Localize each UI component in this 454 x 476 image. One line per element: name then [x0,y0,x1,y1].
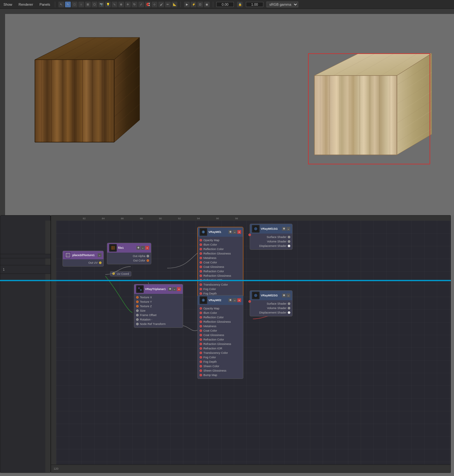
render2-icon[interactable]: ⚡ [191,2,196,7]
light-wood-cube [308,41,429,149]
place2d-body: Out UV [63,259,103,266]
camera-icon[interactable]: 📷 [98,2,104,7]
node-grid[interactable]: place2dTexture1 – Out UV [56,221,451,465]
sg1-displacement: Displacement Shader [250,244,292,248]
node-ruler-svg: 82 84 86 88 90 92 94 96 98 [51,215,451,221]
paint-icon[interactable]: 🖌 [158,2,164,7]
annotate-icon[interactable]: ✏ [165,2,171,7]
measure-icon[interactable]: 📐 [172,2,177,7]
vraymtl2-icon [200,296,207,304]
place2d-collapse[interactable]: – [98,253,102,257]
vraymtl2-collapse[interactable]: – [233,298,237,302]
s2-ior [200,347,202,350]
mtl1-reflect-gloss: Reflection Glossiness [198,251,243,256]
number-input-2[interactable] [246,2,263,7]
file1-collapse[interactable]: – [141,246,145,250]
vraymtl1-collapse[interactable]: – [233,230,237,234]
triplanar-body: Texture X Texture Y Texture Z Size Frame… [134,294,183,327]
svg-text:82: 82 [83,217,86,220]
triplanar-tex-y: Texture Y [134,300,183,304]
triplanar-collapse[interactable]: – [173,287,176,291]
file1-close[interactable]: × [145,246,149,250]
vraymtl2sg-collapse[interactable]: – [286,294,290,297]
gamma-select[interactable]: sRGB gamma [266,2,298,7]
vraymtl1-title: VRayMtl1 [208,230,221,234]
node-vraymtl2: VRayMtl2 ⚙ – × Opacity Map Illum Color R… [197,295,243,379]
uv-coord-label: Uv Coord [117,272,129,275]
renderer-menu[interactable]: Renderer [17,2,35,7]
show-menu[interactable]: Show [2,2,14,7]
mtl1-refract-gloss: Refraction Glossiness [198,274,243,278]
circle-icon[interactable]: ○ [78,2,84,7]
svg-rect-98 [137,287,142,292]
s-refract-gl [200,274,202,277]
light-cube-svg [308,41,441,161]
right-icons: ▶ ⚡ ⊡ ◉ [184,2,210,7]
triplanar-size: Size [134,308,183,313]
place2d-controls: – [98,253,102,257]
vraymtl1-close[interactable]: × [237,230,241,234]
place2d-title: place2dTexture1 [72,254,95,257]
svg-rect-0 [0,9,454,14]
triplanar-settings[interactable]: ⚙ [168,287,172,291]
vraymtl2sg-settings[interactable]: ⚙ [282,294,286,297]
move-icon[interactable]: ✛ [125,2,131,7]
number-input-1[interactable] [216,2,234,7]
vraymtl1sg-icon [252,225,260,233]
sock-frame-offset [136,314,139,316]
place2d-icon [65,252,71,258]
overlay-icon[interactable]: ◉ [204,2,210,7]
vraymtl2-settings[interactable]: ⚙ [228,298,232,302]
svg-text:94: 94 [197,217,200,220]
uv-coord-node: Uv Coord [110,271,131,276]
vraymtl2-header: VRayMtl2 ⚙ – × [198,295,243,305]
triplanar-node-ref: Node Ref Transform [134,322,183,326]
svg-rect-89 [66,253,70,257]
sg2-surface: Surface Shader [250,301,292,306]
mtl1-coat-gloss: Coat Glossiness [198,265,243,269]
vraymtl1sg-settings[interactable]: ⚙ [282,227,286,231]
vraymtl2-title: VRayMtl2 [208,299,221,302]
viewport-icon[interactable]: ⊡ [197,2,203,7]
box-icon[interactable]: □ [72,2,77,7]
s2-ref-gl [200,321,202,323]
render-icon[interactable]: ▶ [184,2,190,7]
svg-rect-79 [51,215,451,221]
svg-point-105 [254,227,257,230]
select-icon[interactable]: ⊹ [152,2,157,7]
scale-icon[interactable]: ⤢ [138,2,144,7]
mesh-icon[interactable]: ⬡ [92,2,97,7]
node-ruler-left [51,221,56,465]
s2-fog-dep [200,360,202,363]
transform-icon[interactable]: ⤡ [112,2,117,7]
s-coat-col [200,261,202,264]
light-icon[interactable]: 💡 [105,2,111,7]
s-refract-col [200,270,202,273]
axis-icon[interactable]: ⊕ [118,2,124,7]
vraymtl1sg-collapse[interactable]: – [286,227,290,231]
grid-icon[interactable]: ⊞ [85,2,91,7]
snap-icon[interactable]: 🧲 [145,2,151,7]
edit-icon[interactable]: ✎ [65,2,71,7]
triplanar-tex-rotation: Rotation - [134,317,183,322]
vraymtl1-settings[interactable]: ⚙ [228,230,232,234]
vraymtl2sg-title: VRayMtl2SG [261,294,278,297]
node-vray-triplanar1: VRayTriplanar1 ⚙ – × Texture X Texture Y [134,284,183,328]
file1-settings[interactable]: ⚙ [136,246,140,250]
file1-body: Out Alpha Out Color [107,253,151,264]
vraymtl2-close[interactable]: × [237,298,241,302]
rotate-icon[interactable]: ↻ [132,2,137,7]
lock-icon[interactable]: 🔒 [237,2,243,7]
triplanar-close[interactable]: × [177,287,181,291]
vraymtl2sg-body: Surface Shader Volume Shader Displacemen… [250,300,292,316]
s2-sheen [200,365,202,367]
blue-bar-right [51,280,451,281]
cursor-icon[interactable]: ↖ [58,2,64,7]
panels-menu[interactable]: Panels [38,2,52,7]
s2-fog-col [200,356,202,359]
mtl2-translucency: Translucency Color [198,351,243,355]
sg1-volume: Volume Shader [250,239,292,244]
s-reflect-gl [200,252,202,255]
mtl1-translucency: Translucency Color [198,282,243,287]
sock-size [136,309,139,312]
